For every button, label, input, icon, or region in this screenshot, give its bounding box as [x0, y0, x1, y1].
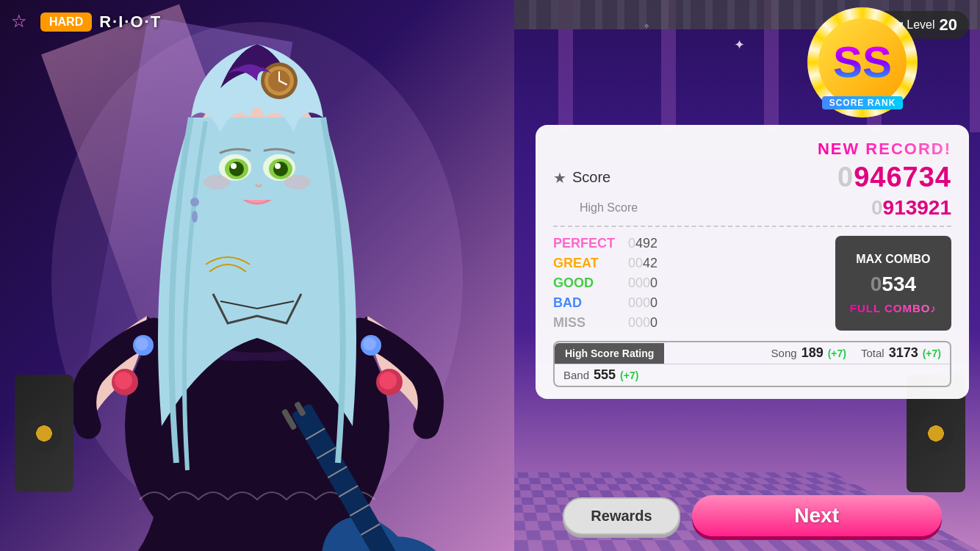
great-row: GREAT 0042	[553, 256, 835, 271]
bad-label: BAD	[553, 295, 619, 311]
max-combo-label: MAX COMBO	[856, 252, 930, 266]
score-divider	[553, 226, 951, 227]
rating-total-value: 3173	[889, 345, 918, 361]
stats-grid: PERFECT 0492 GREAT 0042 GOOD 0000 BAD	[553, 236, 951, 331]
svg-point-5	[379, 372, 397, 389]
perfect-label: PERFECT	[553, 236, 619, 251]
rating-band-row: Band 555 (+7)	[555, 364, 950, 386]
difficulty-star-icon: ☆	[11, 11, 33, 33]
rating-total-label: Total	[861, 347, 884, 359]
rating-header: High Score Rating Song 189 (+7) Total 31…	[555, 342, 950, 364]
song-level-value: 20	[940, 15, 957, 35]
rating-band-item: Band 555 (+7)	[563, 367, 638, 383]
new-record-text: NEW RECORD!	[818, 140, 951, 158]
svg-point-36	[284, 175, 311, 190]
good-label: GOOD	[553, 276, 619, 291]
rating-band-value: 555	[594, 367, 616, 383]
score-number: 946734	[854, 162, 951, 192]
top-bar: ☆ HARD R·I·O·T	[11, 11, 162, 33]
svg-point-32	[273, 162, 288, 176]
character-illustration	[0, 0, 514, 551]
great-value: 0042	[628, 256, 657, 271]
high-score-number: 913921	[883, 196, 951, 219]
speaker-left	[15, 375, 73, 492]
full-combo-text: FULL COMBO♪	[850, 302, 937, 314]
svg-point-9	[363, 337, 376, 350]
results-panel: NEW RECORD! ★ Score 0946734 High Score 0…	[536, 125, 969, 399]
rating-section: High Score Rating Song 189 (+7) Total 31…	[553, 341, 951, 387]
bottom-buttons: Rewards Next	[536, 495, 969, 536]
rating-song-value: 189	[801, 345, 824, 361]
score-row: ★ Score 0946734	[553, 162, 951, 193]
bad-value: 0000	[628, 295, 657, 311]
high-score-row: High Score 0913921	[553, 196, 951, 220]
perfect-row: PERFECT 0492	[553, 236, 835, 251]
svg-point-3	[115, 372, 132, 389]
rating-song-row: Song 189 (+7) Total 3173 (+7)	[664, 342, 950, 364]
rating-band-delta: (+7)	[620, 370, 638, 381]
svg-point-42	[190, 198, 199, 206]
character-area	[0, 0, 514, 551]
score-rank-container: SS SCORE RANK	[804, 4, 921, 121]
miss-value: 0000	[628, 315, 657, 331]
rank-value: SS	[833, 40, 892, 84]
good-row: GOOD 0000	[553, 276, 835, 291]
new-record-banner: NEW RECORD!	[553, 140, 951, 159]
song-title: R·I·O·T	[99, 12, 162, 32]
stats-left: PERFECT 0492 GREAT 0042 GOOD 0000 BAD	[553, 236, 835, 331]
max-combo-box: MAX COMBO 0534 FULL COMBO♪	[835, 236, 951, 331]
svg-point-35	[203, 175, 230, 190]
rank-circle: SS	[818, 18, 907, 107]
deco-star-1: ✦	[734, 37, 745, 53]
miss-label: MISS	[553, 315, 619, 331]
svg-point-33	[231, 163, 237, 169]
svg-point-43	[192, 211, 198, 223]
svg-point-34	[275, 163, 281, 169]
rating-song-label: Song	[771, 347, 797, 359]
perfect-value: 0492	[628, 236, 657, 251]
rank-label: SCORE RANK	[822, 96, 904, 109]
high-score-leading-zero: 0	[871, 196, 883, 219]
rating-band-label: Band	[563, 369, 589, 381]
high-score-value: 0913921	[871, 196, 951, 220]
rating-title: High Score Rating	[555, 343, 664, 364]
score-label: ★ Score	[553, 169, 610, 187]
svg-point-31	[229, 162, 244, 176]
score-leading-zero: 0	[837, 162, 854, 192]
deco-star-2: ✧	[644, 22, 649, 30]
rating-total-item: Total 3173 (+7)	[861, 345, 941, 361]
great-label: GREAT	[553, 256, 619, 271]
next-button[interactable]: Next	[692, 495, 942, 536]
score-label-text: Score	[572, 169, 610, 186]
rating-song-item: Song 189 (+7)	[771, 345, 846, 361]
difficulty-badge: HARD	[40, 12, 92, 32]
bad-row: BAD 0000	[553, 295, 835, 311]
max-combo-value: 0534	[871, 273, 916, 296]
svg-point-7	[135, 337, 148, 350]
good-value: 0000	[628, 276, 657, 291]
rating-song-delta: (+7)	[828, 347, 846, 359]
score-star-icon: ★	[553, 169, 566, 187]
rewards-button[interactable]: Rewards	[563, 497, 680, 535]
miss-row: MISS 0000	[553, 315, 835, 331]
score-value: 0946734	[837, 162, 951, 193]
high-score-label: High Score	[580, 201, 638, 215]
rating-total-delta: (+7)	[923, 347, 941, 359]
